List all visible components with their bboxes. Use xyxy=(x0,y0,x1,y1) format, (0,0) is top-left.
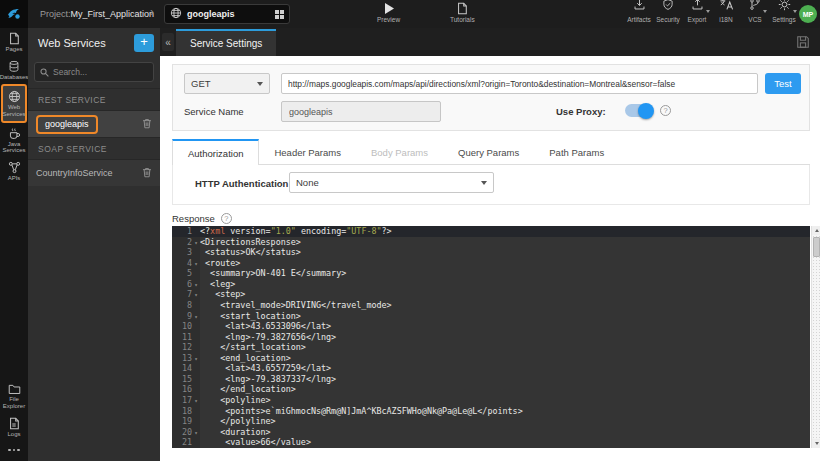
line-number: 5 xyxy=(172,268,192,279)
security-icon xyxy=(662,0,674,15)
settings-button[interactable]: Settings xyxy=(772,2,796,23)
line-number: 19 xyxy=(172,416,192,427)
proxy-help-icon[interactable]: ? xyxy=(660,105,671,116)
tutorials-label: Tutorials xyxy=(450,16,475,23)
code-line: 11 <lng>-79.3827656</lng> xyxy=(172,332,810,343)
i18n-button[interactable]: i18N xyxy=(714,2,738,23)
collapse-panel-button[interactable]: « xyxy=(162,33,174,51)
rail-item-label: Logs xyxy=(7,431,20,438)
line-number: 13 xyxy=(172,353,192,364)
line-number: 17 xyxy=(172,395,192,406)
line-number: 3 xyxy=(172,247,192,258)
test-button[interactable]: Test xyxy=(765,73,801,94)
topbar: Project:My_First_Application › googleapi… xyxy=(0,0,820,28)
fold-arrow-icon[interactable]: ▾ xyxy=(192,237,200,248)
globe-icon xyxy=(8,90,21,103)
add-service-button[interactable]: + xyxy=(134,34,154,52)
left-icon-rail: PagesDatabasesWebServicesJavaServicesAPI… xyxy=(0,28,28,461)
http-auth-value: None xyxy=(296,177,481,188)
tab-header-params[interactable]: Header Params xyxy=(259,139,356,165)
service-name-input[interactable] xyxy=(281,101,441,122)
search-icon xyxy=(40,63,49,81)
line-number: 4 xyxy=(172,258,192,269)
rail-item-pages[interactable]: Pages xyxy=(0,28,28,56)
rail-item-java-services[interactable]: JavaServices xyxy=(0,123,28,158)
tab-query-params[interactable]: Query Params xyxy=(443,139,534,165)
search-input[interactable] xyxy=(53,67,148,77)
tutorials-icon xyxy=(456,2,468,15)
http-method-select[interactable]: GET xyxy=(184,73,270,94)
vcs-button[interactable]: VCS xyxy=(743,2,767,23)
use-proxy-toggle[interactable] xyxy=(625,104,652,117)
response-help-icon[interactable]: ? xyxy=(221,213,232,224)
app-logo-icon[interactable] xyxy=(0,0,28,28)
response-code-editor[interactable]: 1<?xml version="1.0" encoding="UTF-8"?>2… xyxy=(172,226,810,448)
delete-service-icon[interactable] xyxy=(142,164,152,182)
code-line: 21 <value>66</value> xyxy=(172,437,810,448)
fold-arrow-icon[interactable]: ▾ xyxy=(192,427,200,438)
rail-item-apis[interactable]: APIs xyxy=(0,157,28,185)
search-box[interactable] xyxy=(34,62,154,82)
response-header: Response ? xyxy=(172,211,232,225)
line-number: 20 xyxy=(172,427,192,438)
artifacts-icon xyxy=(633,0,646,15)
http-method-value: GET xyxy=(191,78,257,89)
service-item-googleapis[interactable]: googleapis xyxy=(28,110,160,137)
code-line: 14 <lat>43.6557259</lat> xyxy=(172,363,810,374)
fold-arrow-icon[interactable]: ▾ xyxy=(192,258,200,269)
grid-menu-icon[interactable] xyxy=(275,10,284,19)
tutorials-button[interactable]: Tutorials xyxy=(450,2,475,23)
line-number: 12 xyxy=(172,342,192,353)
editor-scrollbar[interactable] xyxy=(811,226,820,448)
scroll-up-icon[interactable] xyxy=(812,226,820,235)
scrollbar-thumb[interactable] xyxy=(813,237,820,257)
service-settings-content: GET Test Service Name Use Proxy: ? Autho… xyxy=(160,56,820,461)
play-icon xyxy=(383,2,395,15)
fold-gutter xyxy=(192,363,200,374)
http-auth-label: HTTP Authentication xyxy=(195,178,288,189)
fold-arrow-icon[interactable]: ▾ xyxy=(192,353,200,364)
rail-item-logs[interactable]: Logs xyxy=(0,413,28,441)
code-line: 9▾ <start_location> xyxy=(172,311,810,322)
fold-gutter xyxy=(192,300,200,311)
request-url-input[interactable] xyxy=(281,73,758,94)
line-number: 16 xyxy=(172,384,192,395)
artifacts-button[interactable]: Artifacts xyxy=(627,2,651,23)
line-number: 6 xyxy=(172,279,192,290)
i18n-icon xyxy=(719,0,734,15)
rail-item-web-services[interactable]: WebServices xyxy=(1,84,27,123)
more-options-icon[interactable] xyxy=(0,441,28,461)
chevron-down-icon xyxy=(706,10,710,13)
scroll-down-icon[interactable] xyxy=(812,439,820,448)
chevron-right-icon: › xyxy=(150,5,154,19)
service-item-name: googleapis xyxy=(36,115,98,134)
fold-arrow-icon[interactable]: ▾ xyxy=(192,311,200,322)
section-header: REST SERVICE xyxy=(28,88,160,110)
rail-item-file-explorer[interactable]: FileExplorer xyxy=(0,379,28,413)
rail-item-databases[interactable]: Databases xyxy=(0,56,28,84)
http-auth-select[interactable]: None xyxy=(289,172,494,193)
main-area: « Service Settings GET Test Service Name… xyxy=(160,28,820,461)
save-icon[interactable] xyxy=(796,35,810,53)
export-button[interactable]: Export xyxy=(685,2,709,23)
code-line: 3 <status>OK</status> xyxy=(172,247,810,258)
fold-arrow-icon[interactable]: ▾ xyxy=(192,395,200,406)
service-selector[interactable]: googleapis xyxy=(164,4,290,24)
preview-button[interactable]: Preview xyxy=(377,2,400,23)
code-line: 4▾ <route> xyxy=(172,258,810,269)
fold-arrow-icon[interactable]: ▾ xyxy=(192,289,200,300)
topbar-tools: ArtifactsSecurityExporti18NVCSSettings xyxy=(627,2,796,23)
delete-service-icon[interactable] xyxy=(142,115,152,133)
tab-path-params[interactable]: Path Params xyxy=(534,139,619,165)
fold-gutter xyxy=(192,416,200,427)
user-avatar[interactable]: MP xyxy=(799,5,817,23)
request-form: GET Test Service Name Use Proxy: ? xyxy=(172,64,810,131)
chevron-down-icon xyxy=(257,82,263,86)
fold-gutter xyxy=(192,374,200,385)
panel-header: Web Services + xyxy=(28,28,160,58)
security-button[interactable]: Security xyxy=(656,2,680,23)
tab-authorization[interactable]: Authorization xyxy=(172,139,259,165)
service-item-CountryInfoService[interactable]: CountryInfoService xyxy=(28,159,160,186)
tab-service-settings[interactable]: Service Settings xyxy=(176,29,276,56)
fold-arrow-icon[interactable]: ▾ xyxy=(192,279,200,290)
